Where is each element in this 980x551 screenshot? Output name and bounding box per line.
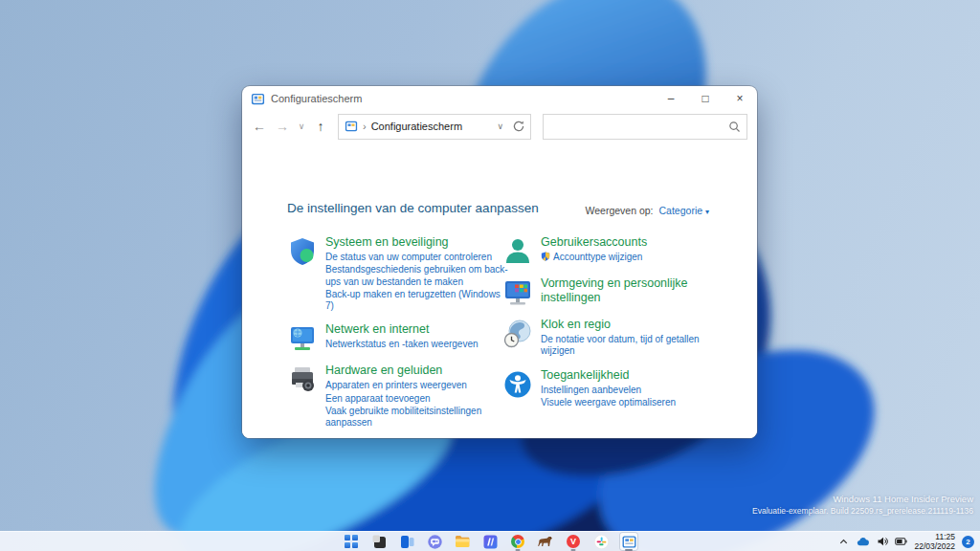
minimize-button[interactable]: –: [654, 86, 688, 111]
titlebar[interactable]: Configuratiescherm – □ ×: [242, 86, 757, 111]
category-column-left: Systeem en beveiliging De status van uw …: [287, 235, 523, 438]
horse-icon: [538, 535, 553, 548]
control-panel-icon: [622, 536, 636, 548]
network-monitor-icon[interactable]: [287, 323, 318, 354]
accessibility-person-icon[interactable]: [502, 369, 533, 400]
clock-date: 22/03/2022: [914, 541, 955, 551]
control-panel-window: Configuratiescherm – □ × ← → ∨ ↑ › Confi…: [242, 86, 757, 438]
task-link[interactable]: Visuele weergave optimaliseren: [541, 397, 718, 408]
chrome-button[interactable]: [509, 533, 526, 550]
category-title[interactable]: Klok en regio: [541, 318, 718, 332]
chat-button[interactable]: [426, 533, 443, 550]
chat-bubble-icon: [428, 535, 442, 549]
task-link[interactable]: Instellingen aanbevelen: [541, 385, 718, 396]
vivaldi-button[interactable]: V: [565, 533, 582, 550]
search-icon[interactable]: [728, 121, 741, 133]
battery-icon[interactable]: [895, 536, 907, 548]
category-title[interactable]: Systeem en beveiliging: [325, 235, 509, 250]
address-dropdown-chevron-icon[interactable]: ∨: [491, 121, 509, 131]
breadcrumb[interactable]: Configuratiescherm: [371, 121, 492, 132]
task-link[interactable]: Netwerkstatus en -taken weergeven: [325, 339, 509, 350]
printer-devices-icon[interactable]: [287, 364, 318, 395]
speaker-icon[interactable]: [876, 536, 888, 548]
category-title[interactable]: Netwerk en internet: [325, 322, 509, 337]
back-icon[interactable]: ←: [250, 119, 269, 134]
page-title: De instellingen van de computer aanpasse…: [287, 201, 539, 215]
task-link[interactable]: Bestandsgeschiedenis gebruiken om back-u…: [325, 264, 509, 287]
task-link[interactable]: De notatie voor datum, tijd of getallen …: [541, 334, 718, 357]
task-link[interactable]: De status van uw computer controleren: [325, 252, 509, 263]
address-bar[interactable]: › Configuratiescherm ∨: [338, 114, 531, 140]
task-link-with-shield[interactable]: Accounttype wijzigen: [541, 252, 718, 263]
view-by-control: Weergeven op:Categorie ▾: [586, 205, 710, 216]
navigation-bar: ← → ∨ ↑ › Configuratiescherm ∨: [242, 111, 757, 142]
task-link[interactable]: Vaak gebruikte mobiliteitsinstellingen a…: [325, 406, 509, 429]
user-silhouette-icon[interactable]: [502, 236, 533, 267]
taskbar: V: [0, 531, 980, 551]
windows-logo-icon: [345, 535, 358, 548]
up-icon[interactable]: ↑: [311, 119, 330, 134]
taskbar-clock[interactable]: 11:25 22/03/2022: [914, 532, 955, 551]
task-view-button[interactable]: [398, 533, 415, 550]
recent-pages-chevron-icon[interactable]: ∨: [296, 121, 307, 131]
search-input[interactable]: [549, 120, 728, 133]
category-user-accounts: Gebruikersaccounts Accounttype wijzigen: [502, 235, 742, 267]
control-panel-icon: [251, 92, 265, 106]
category-column-right: Gebruikersaccounts Accounttype wijzigen: [502, 235, 742, 419]
view-by-label: Weergeven op:: [586, 205, 654, 216]
vivaldi-icon: V: [567, 535, 580, 548]
clock-time: 11:25: [914, 532, 955, 541]
refresh-icon[interactable]: [511, 119, 526, 134]
window-title: Configuratiescherm: [271, 93, 654, 104]
watermark-line1: Windows 11 Home Insider Preview: [752, 494, 973, 506]
category-system-security: Systeem en beveiliging De status van uw …: [287, 235, 523, 313]
personalization-monitor-icon[interactable]: [502, 277, 533, 308]
category-ease-of-access: Toegankelijkheid Instellingen aanbevelen…: [502, 368, 742, 410]
purple-slash-app-icon: [483, 535, 498, 549]
tray-chevron-up-icon[interactable]: [837, 536, 850, 548]
task-link[interactable]: Een apparaat toevoegen: [325, 393, 509, 405]
task-link[interactable]: Back-up maken en terugzetten (Windows 7): [325, 289, 509, 312]
onedrive-cloud-icon[interactable]: [857, 536, 869, 548]
view-by-caret-icon[interactable]: ▾: [705, 208, 709, 216]
start-button[interactable]: [343, 533, 360, 550]
watermark-line2: Evaluatie-exemplaar. Build 22509.rs_prer…: [752, 506, 973, 517]
system-tray: 11:25 22/03/2022 2: [837, 532, 974, 551]
category-title[interactable]: Hardware en geluiden: [325, 364, 509, 378]
maximize-button[interactable]: □: [688, 86, 723, 111]
search-dark-app-button[interactable]: [370, 533, 388, 550]
task-link[interactable]: Apparaten en printers weergeven: [325, 380, 509, 391]
dark-squares-icon: [372, 535, 387, 549]
category-hardware-sound: Hardware en geluiden Apparaten en printe…: [287, 364, 523, 430]
uac-shield-icon: [541, 252, 550, 261]
globe-clock-icon[interactable]: [502, 319, 533, 349]
insider-watermark: Windows 11 Home Insider Preview Evaluati…: [752, 494, 973, 517]
category-title[interactable]: Gebruikersaccounts: [541, 235, 718, 250]
category-clock-region: Klok en regio De notatie voor datum, tij…: [502, 318, 742, 359]
category-network-internet: Netwerk en internet Netwerkstatus en -ta…: [287, 322, 523, 354]
taskbar-icon-group: V: [343, 532, 637, 551]
chrome-icon: [511, 535, 524, 548]
security-shield-icon[interactable]: [287, 236, 318, 267]
animal-app-button[interactable]: [537, 533, 554, 550]
category-title[interactable]: Vormgeving en persoonlijke instellingen: [541, 276, 718, 306]
notification-badge[interactable]: 2: [962, 536, 974, 548]
task-view-icon: [400, 535, 414, 549]
folder-icon: [455, 535, 470, 548]
forward-icon[interactable]: →: [273, 119, 292, 134]
slack-icon: [594, 535, 609, 549]
view-by-value[interactable]: Categorie: [659, 205, 703, 216]
address-control-panel-icon: [345, 120, 358, 133]
category-appearance-personalization: Vormgeving en persoonlijke instellingen: [502, 276, 742, 308]
purple-app-button[interactable]: [481, 533, 499, 550]
search-box[interactable]: [543, 114, 747, 140]
control-panel-content: De instellingen van de computer aanpasse…: [242, 142, 757, 438]
breadcrumb-separator: ›: [363, 121, 367, 132]
file-explorer-button[interactable]: [454, 533, 471, 550]
slack-button[interactable]: [592, 533, 610, 550]
category-title[interactable]: Toegankelijkheid: [541, 368, 718, 383]
control-panel-taskbar-button[interactable]: [620, 533, 637, 550]
close-button[interactable]: ×: [723, 86, 757, 111]
